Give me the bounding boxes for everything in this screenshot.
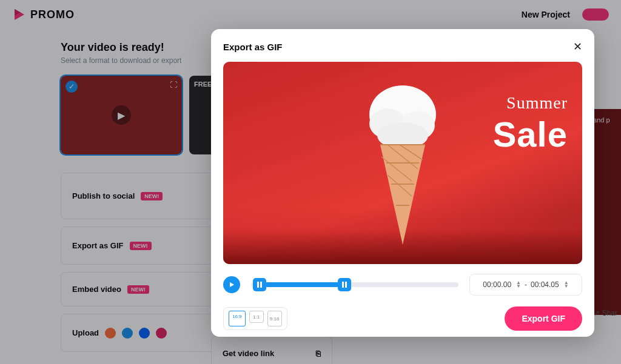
- ice-cream-graphic: [357, 78, 448, 248]
- stepper-icon[interactable]: ▲▼: [516, 281, 521, 288]
- time-start: 00:00.00: [483, 280, 511, 289]
- preview-text-line1: Summer: [506, 93, 568, 113]
- pause-icon: [342, 282, 347, 288]
- modal-title: Export as GIF: [223, 42, 283, 52]
- play-icon: [228, 281, 235, 288]
- trim-handle-start[interactable]: [253, 278, 266, 291]
- aspect-ratio-picker: 16:9 1:1 9:16: [223, 307, 287, 330]
- trim-handle-end[interactable]: [338, 278, 351, 291]
- export-gif-modal: Export as GIF ✕ Summer Sale: [211, 29, 594, 337]
- ratio-16-9[interactable]: 16:9: [229, 311, 246, 326]
- time-sep: -: [525, 280, 527, 289]
- svg-rect-8: [342, 282, 344, 288]
- export-gif-button[interactable]: Export GIF: [505, 306, 582, 331]
- play-button[interactable]: [223, 276, 240, 293]
- svg-rect-6: [257, 282, 259, 288]
- ratio-9-16[interactable]: 9:16: [267, 311, 282, 326]
- trim-timeline[interactable]: [251, 278, 458, 291]
- time-end: 00:04.05: [531, 280, 559, 289]
- close-icon[interactable]: ✕: [573, 40, 582, 53]
- gif-preview: Summer Sale: [223, 62, 582, 264]
- svg-rect-7: [260, 282, 262, 288]
- svg-rect-9: [345, 282, 347, 288]
- preview-text-line2: Sale: [493, 114, 568, 154]
- stepper-icon[interactable]: ▲▼: [564, 281, 569, 288]
- time-range-input[interactable]: 00:00.00 ▲▼ - 00:04.05 ▲▼: [469, 274, 582, 296]
- pause-icon: [257, 282, 262, 288]
- ratio-1-1[interactable]: 1:1: [249, 311, 264, 323]
